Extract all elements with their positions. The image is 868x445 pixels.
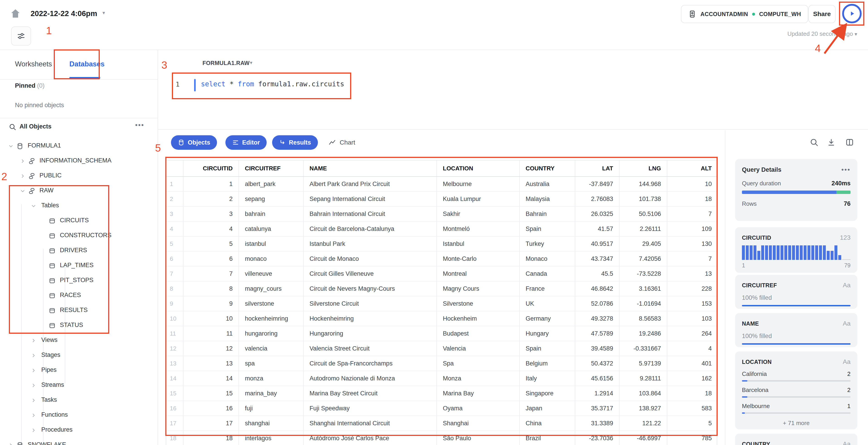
cell-lng[interactable]: 29.405 xyxy=(619,237,667,251)
cell-alt[interactable]: 7 xyxy=(667,251,718,266)
cell-lng[interactable]: -0.331667 xyxy=(619,341,667,356)
tree-item-races[interactable]: RACES xyxy=(0,288,158,303)
cell-name[interactable]: Sepang International Circuit xyxy=(304,192,437,206)
cell-alt[interactable]: 264 xyxy=(667,326,718,341)
cell-alt[interactable]: 103 xyxy=(667,311,718,326)
tree-item-circuits[interactable]: CIRCUITS xyxy=(0,213,158,229)
table-row[interactable]: 99silverstoneSilverstone CircuitSilverst… xyxy=(166,296,717,311)
cell-alt[interactable]: 18 xyxy=(667,386,718,401)
tree-item-pit_stops[interactable]: PIT_STOPS xyxy=(0,273,158,288)
cell-location[interactable]: Spa xyxy=(437,356,520,371)
share-button[interactable]: Share xyxy=(808,5,836,23)
cell-circuitid[interactable]: 8 xyxy=(183,281,239,296)
cell-location[interactable]: Melbourne xyxy=(437,177,520,191)
chevron-right-icon[interactable] xyxy=(30,352,37,359)
chevron-right-icon[interactable] xyxy=(30,382,37,388)
cell-lng[interactable]: 144.968 xyxy=(619,177,667,191)
cell-country[interactable]: Canada xyxy=(520,267,575,281)
cell-lat[interactable]: 35.3717 xyxy=(575,401,619,415)
cell-circuitref[interactable]: interlagos xyxy=(239,431,304,445)
sql-editor-line[interactable]: select * from formula1.raw.circuits xyxy=(201,80,344,88)
cell-alt[interactable]: 10 xyxy=(667,177,718,191)
tree-item-constructors[interactable]: CONSTRUCTORS xyxy=(0,229,158,243)
cell-lat[interactable]: 52.0786 xyxy=(575,296,619,311)
cell-country[interactable]: Italy xyxy=(520,371,575,386)
table-row[interactable]: 1717shanghaiShanghai International Circu… xyxy=(166,416,717,431)
cell-circuitid[interactable]: 10 xyxy=(183,311,239,326)
cell-alt[interactable]: 162 xyxy=(667,371,718,386)
cell-name[interactable]: Hungaroring xyxy=(304,326,437,341)
cell-name[interactable]: Marina Bay Street Circuit xyxy=(304,386,437,401)
cell-name[interactable]: Valencia Street Circuit xyxy=(304,341,437,356)
cell-name[interactable]: Fuji Speedway xyxy=(304,401,437,415)
table-row[interactable]: 22sepangSepang International CircuitKual… xyxy=(166,192,717,207)
split-panel-icon[interactable] xyxy=(845,138,854,147)
results-tab-results[interactable]: Results xyxy=(272,135,318,150)
table-row[interactable]: 88magny_coursCircuit de Nevers Magny-Cou… xyxy=(166,281,717,296)
table-row[interactable]: 1111hungaroringHungaroringBudapestHungar… xyxy=(166,326,717,341)
cell-location[interactable]: Magny Cours xyxy=(437,281,520,296)
column-header-circuitid[interactable]: CIRCUITID xyxy=(183,161,239,176)
chevron-down-icon[interactable] xyxy=(20,188,26,194)
cell-location[interactable]: São Paulo xyxy=(437,431,520,445)
worksheet-title-timestamp[interactable]: 2022-12-22 4:06pm xyxy=(31,8,97,19)
cell-lng[interactable]: 5.97139 xyxy=(619,356,667,371)
cell-country[interactable]: Spain xyxy=(520,221,575,236)
chevron-right-icon[interactable] xyxy=(20,158,26,164)
cell-lng[interactable]: 2.26111 xyxy=(619,221,667,236)
table-row[interactable]: 33bahrainBahrain International CircuitSa… xyxy=(166,207,717,221)
cell-circuitref[interactable]: shanghai xyxy=(239,416,304,431)
cell-lat[interactable]: 45.5 xyxy=(575,267,619,281)
cell-lat[interactable]: 49.3278 xyxy=(575,311,619,326)
search-results-icon[interactable] xyxy=(809,138,818,147)
cell-alt[interactable]: 13 xyxy=(667,267,718,281)
updated-status[interactable]: Updated 20 seconds ago ▾ xyxy=(744,30,857,37)
home-icon[interactable] xyxy=(9,8,21,20)
query-details-menu-icon[interactable]: ••• xyxy=(841,166,850,174)
cell-country[interactable]: Malaysia xyxy=(520,192,575,206)
cell-circuitref[interactable]: monaco xyxy=(239,251,304,266)
cell-circuitid[interactable]: 15 xyxy=(183,386,239,401)
tree-item-public[interactable]: PUBLIC xyxy=(0,169,158,183)
table-row[interactable]: 1414monzaAutodromo Nazionale di MonzaMon… xyxy=(166,371,717,386)
filters-button[interactable] xyxy=(11,27,31,45)
cell-circuitref[interactable]: sepang xyxy=(239,192,304,206)
cell-lng[interactable]: 50.5106 xyxy=(619,207,667,221)
cell-lat[interactable]: 26.0325 xyxy=(575,207,619,221)
cell-circuitref[interactable]: valencia xyxy=(239,341,304,356)
table-row[interactable]: 1212valenciaValencia Street CircuitValen… xyxy=(166,341,717,356)
cell-circuitref[interactable]: hungaroring xyxy=(239,326,304,341)
table-row[interactable]: 1616fujiFuji SpeedwayOyamaJapan35.371713… xyxy=(166,401,717,416)
cell-lng[interactable]: -1.01694 xyxy=(619,296,667,311)
cell-location[interactable]: Shanghai xyxy=(437,416,520,431)
cell-lat[interactable]: 2.76083 xyxy=(575,192,619,206)
column-header-alt[interactable]: ALT xyxy=(667,161,718,176)
cell-circuitid[interactable]: 7 xyxy=(183,267,239,281)
results-tab-chart[interactable]: Chart xyxy=(328,135,355,150)
table-row[interactable]: 1313spaCircuit de Spa-FrancorchampsSpaBe… xyxy=(166,356,717,371)
cell-circuitid[interactable]: 16 xyxy=(183,401,239,415)
cell-circuitid[interactable]: 6 xyxy=(183,251,239,266)
cell-circuitref[interactable]: silverstone xyxy=(239,296,304,311)
cell-circuitref[interactable]: spa xyxy=(239,356,304,371)
cell-lng[interactable]: 7.42056 xyxy=(619,251,667,266)
cell-country[interactable]: UK xyxy=(520,296,575,311)
cell-country[interactable]: Belgium xyxy=(520,356,575,371)
tree-item-pipes[interactable]: Pipes xyxy=(0,363,158,378)
more-options-icon[interactable]: ••• xyxy=(135,121,145,129)
chevron-right-icon[interactable] xyxy=(30,367,37,374)
results-tab-objects[interactable]: Objects xyxy=(171,135,217,150)
chevron-right-icon[interactable] xyxy=(30,427,37,434)
column-stats-circuitref-card[interactable]: CIRCUITREF Aa 100% filled xyxy=(735,275,857,309)
worksheet-context-tab[interactable]: FORMULA1.RAW xyxy=(203,60,250,66)
cell-alt[interactable]: 18 xyxy=(667,192,718,206)
tree-item-formula1[interactable]: FORMULA1 xyxy=(0,139,158,153)
cell-lng[interactable]: -46.6997 xyxy=(619,431,667,445)
table-row[interactable]: 55istanbulIstanbul ParkIstanbulTurkey40.… xyxy=(166,237,717,251)
cell-circuitid[interactable]: 3 xyxy=(183,207,239,221)
tree-item-streams[interactable]: Streams xyxy=(0,378,158,393)
table-row[interactable]: 1515marina_bayMarina Bay Street CircuitM… xyxy=(166,386,717,401)
tree-item-functions[interactable]: Functions xyxy=(0,408,158,423)
tree-item-information_schema[interactable]: INFORMATION_SCHEMA xyxy=(0,153,158,169)
cell-circuitref[interactable]: istanbul xyxy=(239,237,304,251)
